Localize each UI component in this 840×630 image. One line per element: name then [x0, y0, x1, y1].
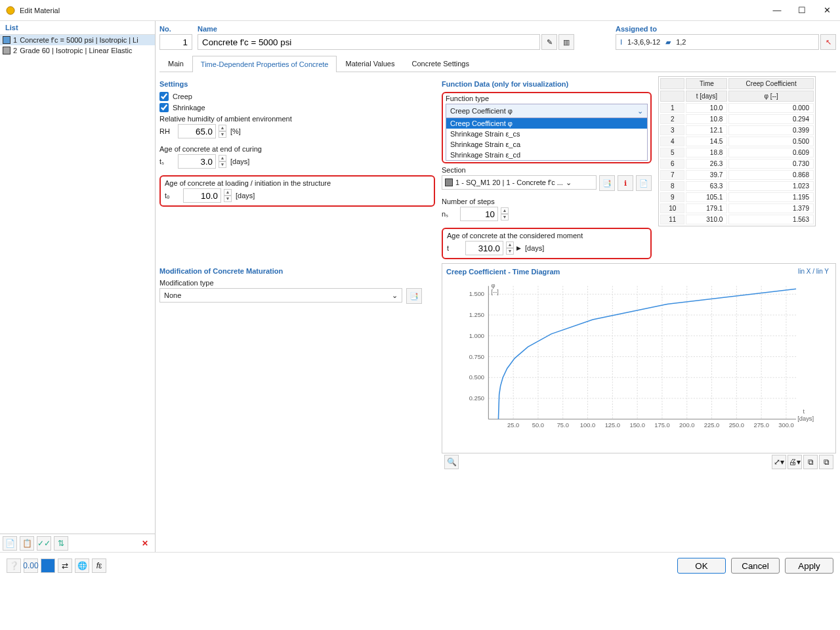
section-info-icon[interactable]: ℹ	[618, 175, 633, 191]
function-type-highlight: Function type Creep Coefficient φ ⌄ Cree…	[442, 92, 652, 163]
svg-text:[days]: [days]	[797, 415, 814, 422]
tab-main[interactable]: Main	[159, 55, 192, 72]
chart-export-icon[interactable]: ⧉	[803, 455, 818, 469]
sort-icon[interactable]: ⇅	[54, 536, 68, 551]
table-row[interactable]: 210.80.294	[660, 114, 814, 124]
new-icon[interactable]: 📄	[3, 536, 17, 551]
spinner-icon[interactable]: ▲▼	[219, 125, 226, 138]
svg-text:0.250: 0.250	[469, 395, 484, 402]
table-row[interactable]: 518.80.609	[660, 148, 814, 158]
rh-input[interactable]	[178, 124, 216, 138]
chart-copy-icon[interactable]: ⧉	[819, 455, 833, 469]
spinner-icon[interactable]: ▲▼	[506, 242, 514, 255]
fx-icon[interactable]: fε	[92, 558, 106, 573]
tab-time-dependent[interactable]: Time-Dependent Properties of Concrete	[192, 56, 337, 72]
steps-label: Number of steps	[442, 198, 652, 205]
table-row[interactable]: 414.50.500	[660, 136, 814, 146]
age-highlight: Age of concrete at the considered moment…	[442, 228, 652, 259]
close-button[interactable]: ✕	[819, 5, 835, 15]
list-item[interactable]: 2 Grade 60 | Isotropic | Linear Elastic	[0, 45, 155, 56]
dropdown-option[interactable]: Shrinkage Strain ε_cd	[446, 150, 647, 160]
chart-axes-icon[interactable]: ⤢▾	[772, 455, 786, 469]
no-input[interactable]	[159, 34, 192, 50]
creep-table: TimeCreep Coefficient t [days]φ [--] 110…	[658, 76, 816, 226]
dropdown-option[interactable]: Shrinkage Strain ε_cs	[446, 129, 647, 139]
t0-input[interactable]	[183, 188, 221, 203]
check-icon[interactable]: ✓✓	[37, 536, 51, 551]
copy-icon[interactable]: 📋	[20, 536, 34, 551]
table-row[interactable]: 110.00.000	[660, 103, 814, 113]
list-header: List	[0, 21, 155, 35]
svg-text:200.0: 200.0	[679, 422, 694, 429]
section-select[interactable]: 1 - SQ_M1 20 | 1 - Concrete f'c ... ⌄	[442, 175, 597, 190]
chevron-down-icon: ⌄	[637, 107, 643, 116]
function-type-select[interactable]: Creep Coefficient φ ⌄	[446, 104, 648, 118]
maximize-button[interactable]: ☐	[794, 5, 810, 15]
table-row[interactable]: 11310.01.563	[660, 215, 814, 224]
modification-type-select[interactable]: None ⌄	[159, 288, 402, 303]
section-new-icon[interactable]: 📄	[636, 175, 652, 191]
t0-label: Age of concrete at loading / initiation …	[165, 179, 430, 187]
assigned-label: Assigned to	[616, 24, 836, 34]
modification-details-icon[interactable]: 📑	[406, 288, 422, 304]
dropdown-option[interactable]: Shrinkage Strain ε_ca	[446, 139, 647, 150]
section-label: Section	[442, 166, 652, 174]
color-icon[interactable]	[41, 558, 55, 573]
list-body[interactable]: 1 Concrete f'c = 5000 psi | Isotropic | …	[0, 35, 155, 534]
titlebar: Edit Material — ☐ ✕	[0, 0, 840, 21]
chevron-down-icon: ⌄	[392, 291, 398, 300]
modification-type-label: Modification type	[159, 279, 435, 287]
spinner-icon[interactable]: ▲▼	[219, 155, 226, 168]
svg-point-0	[7, 7, 14, 14]
cancel-button[interactable]: Cancel	[731, 558, 780, 574]
play-icon[interactable]: ▶	[516, 245, 521, 251]
table-row[interactable]: 10179.11.379	[660, 203, 814, 213]
spinner-icon[interactable]: ▲▼	[501, 207, 509, 220]
table-row[interactable]: 739.70.868	[660, 170, 814, 180]
name-input[interactable]	[198, 34, 540, 50]
units-icon[interactable]: 0.00	[24, 558, 38, 573]
svg-text:φ: φ	[492, 282, 495, 289]
apply-button[interactable]: Apply	[785, 558, 833, 574]
svg-text:300.0: 300.0	[778, 422, 793, 429]
select-icon[interactable]: ↖	[820, 34, 836, 50]
age-input[interactable]	[465, 241, 503, 255]
edit-icon[interactable]: ✎	[541, 34, 557, 50]
svg-text:1.250: 1.250	[469, 312, 484, 318]
tab-material-values[interactable]: Material Values	[337, 55, 403, 72]
svg-text:0.500: 0.500	[469, 374, 484, 381]
table-row[interactable]: 863.31.023	[660, 181, 814, 191]
steps-input[interactable]	[460, 207, 498, 221]
minimize-button[interactable]: —	[769, 5, 785, 15]
spinner-icon[interactable]: ▲▼	[224, 189, 232, 202]
section-browse-icon[interactable]: 📑	[599, 175, 615, 191]
globe-icon[interactable]: 🌐	[75, 558, 89, 573]
settings-title: Settings	[159, 80, 435, 88]
chart-box: Creep Coefficient - Time Diagram lin X /…	[442, 263, 836, 453]
svg-text:275.0: 275.0	[753, 422, 768, 429]
shrinkage-checkbox[interactable]: Shrinkage	[159, 103, 435, 112]
delete-icon[interactable]: ✕	[138, 536, 152, 551]
help-icon[interactable]: ❔	[7, 558, 21, 573]
chart-print-icon[interactable]: 🖨▾	[788, 455, 802, 469]
library-icon[interactable]: ▥	[558, 34, 574, 50]
list-item[interactable]: 1 Concrete f'c = 5000 psi | Isotropic | …	[0, 35, 155, 45]
modification-title: Modification of Concrete Maturation	[159, 267, 435, 275]
table-row[interactable]: 9105.11.195	[660, 192, 814, 202]
diagram-icon[interactable]: ⇄	[58, 558, 72, 573]
dropdown-option[interactable]: Creep Coefficient φ	[446, 118, 647, 129]
table-row[interactable]: 626.30.730	[660, 159, 814, 169]
ok-button[interactable]: OK	[677, 558, 726, 574]
ts-label: Age of concrete at end of curing	[159, 145, 435, 153]
list-panel: List 1 Concrete f'c = 5000 psi | Isotrop…	[0, 21, 156, 552]
chevron-down-icon: ⌄	[566, 178, 572, 187]
assigned-to-field[interactable]: Ⅰ1-3,6,9-12 ▰1,2	[616, 34, 819, 50]
list-toolbar: 📄 📋 ✓✓ ⇅ ✕	[0, 534, 155, 552]
table-row[interactable]: 312.10.399	[660, 125, 814, 135]
tab-concrete-settings[interactable]: Concrete Settings	[403, 55, 477, 72]
creep-checkbox[interactable]: Creep	[159, 92, 435, 101]
svg-text:t: t	[803, 408, 805, 415]
ts-input[interactable]	[178, 154, 216, 169]
chart-inspect-icon[interactable]: 🔍	[444, 455, 459, 469]
tabs: Main Time-Dependent Properties of Concre…	[159, 55, 836, 72]
